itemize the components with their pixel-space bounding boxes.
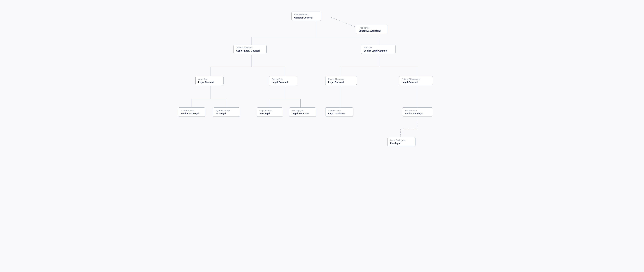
node-emma: Emma Thompson Legal Counsel xyxy=(325,76,357,85)
node-fatima-name: Fatima Al-Mansour xyxy=(402,78,420,80)
node-emma-title: Legal Counsel xyxy=(328,81,344,83)
node-yao-name: Yao Chin xyxy=(364,46,372,49)
node-hiroshi-name: Hiroshi Sato xyxy=(405,109,417,112)
node-lucia: Lucia Rodriguez Paralegal xyxy=(387,137,416,146)
node-ayodele: Ayodele Okafor Paralegal xyxy=(213,107,240,117)
node-fred-title: Executive Assistant xyxy=(359,29,380,32)
org-chart: Elena Martinez General Counsel Fred Jone… xyxy=(177,6,467,159)
node-olga-name: Olga Ivanova xyxy=(260,109,272,112)
node-aditya: Aditya Patel Legal Counsel xyxy=(269,76,297,85)
node-ayodele-title: Paralegal xyxy=(216,112,226,115)
node-juan: Juan Ramirez Senior Paralegal xyxy=(178,107,205,117)
node-lucia-title: Paralegal xyxy=(390,142,400,145)
node-joshua-name: Joshua Johnson xyxy=(236,46,252,49)
node-kim-name: Kim Nguyen xyxy=(292,109,304,112)
node-fred-name: Fred Jones xyxy=(359,27,370,29)
node-lucia-name: Lucia Rodriguez xyxy=(390,139,406,141)
node-juan-name: Juan Ramirez xyxy=(181,109,194,112)
node-ayodele-name: Ayodele Okafor xyxy=(216,109,230,112)
node-chloe-title: Legal Assistant xyxy=(328,112,345,115)
node-kim: Kim Nguyen Legal Assistant xyxy=(289,107,316,117)
node-joshua-title: Senior Legal Counsel xyxy=(236,49,260,52)
node-yao-title: Senior Legal Counsel xyxy=(364,49,387,52)
node-emma-name: Emma Thompson xyxy=(328,78,345,80)
node-fatima-title: Legal Counsel xyxy=(402,81,418,83)
node-olga-title: Paralegal xyxy=(260,112,270,115)
node-elena: Elena Martinez General Counsel xyxy=(292,11,321,21)
node-joshua: Joshua Johnson Senior Legal Counsel xyxy=(234,45,266,54)
node-fatima: Fatima Al-Mansour Legal Counsel xyxy=(399,76,433,85)
node-juan-title: Senior Paralegal xyxy=(181,112,199,115)
node-chloe-name: Chloe Dubois xyxy=(328,109,341,112)
node-hiroshi: Hiroshi Sato Senior Paralegal xyxy=(402,107,433,117)
node-jane-title: Legal Counsel xyxy=(198,81,214,83)
node-jane: Jane Doe Legal Counsel xyxy=(196,76,224,85)
node-chloe: Chloe Dubois Legal Assistant xyxy=(325,107,354,117)
node-jane-name: Jane Doe xyxy=(198,78,208,80)
node-fred: Fred Jones Executive Assistant xyxy=(356,25,387,34)
node-hiroshi-title: Senior Paralegal xyxy=(405,112,423,115)
node-elena-name: Elena Martinez xyxy=(294,13,308,16)
node-aditya-name: Aditya Patel xyxy=(272,78,283,80)
node-aditya-title: Legal Counsel xyxy=(272,81,288,83)
node-olga: Olga Ivanova Paralegal xyxy=(257,107,283,117)
node-elena-title: General Counsel xyxy=(294,16,312,19)
node-kim-title: Legal Assistant xyxy=(292,112,309,115)
node-yao: Yao Chin Senior Legal Counsel xyxy=(361,45,396,54)
